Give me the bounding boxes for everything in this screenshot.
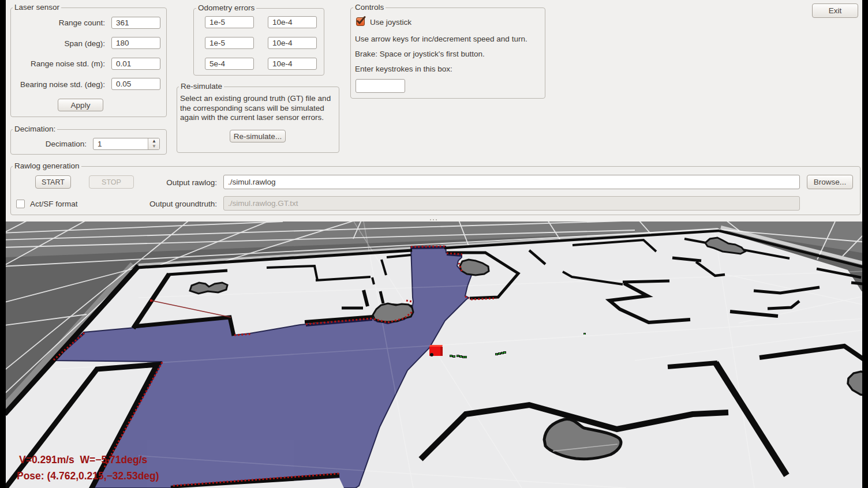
svg-text:V=0.291m/s W=−5.71deg/s: V=0.291m/s W=−5.71deg/s	[19, 454, 148, 466]
svg-text:Pose: (4.762,0.215,−32.53deg): Pose: (4.762,0.215,−32.53deg)	[17, 470, 159, 482]
